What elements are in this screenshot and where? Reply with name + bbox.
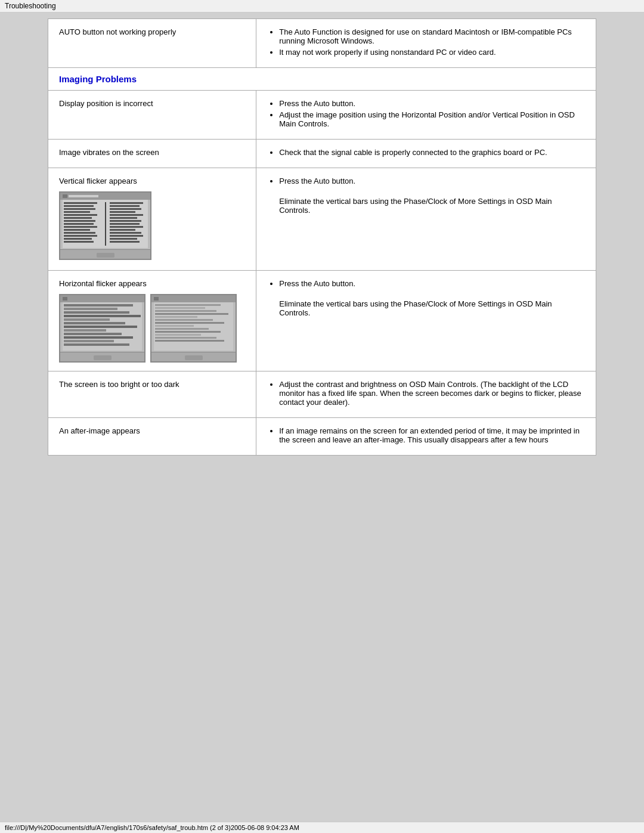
auto-solution-2: It may not work properly if using nonsta… — [279, 48, 585, 57]
title-bar: Troubleshooting — [0, 0, 644, 13]
auto-button-row: AUTO button not working properly The Aut… — [48, 19, 596, 68]
hflicker-image-1 — [59, 294, 145, 363]
horizontal-flicker-row: Horizontal flicker appears — [48, 271, 596, 371]
hflicker-solution-2-text: Eliminate the vertical bars using the Ph… — [279, 299, 552, 317]
hflicker-solution-2: Eliminate the vertical bars using the Ph… — [267, 290, 585, 317]
page-container: AUTO button not working properly The Aut… — [48, 18, 596, 456]
display-solution-1: Press the Auto button. — [279, 99, 585, 108]
after-image-problem-text: An after-image appears — [59, 426, 140, 435]
auto-solution-1: The Auto Function is designed for use on… — [279, 27, 585, 45]
vflicker-solution-2: Eliminate the vertical bars using the Ph… — [267, 188, 585, 215]
hflicker-image-2 — [150, 294, 237, 363]
vertical-flicker-image — [59, 191, 151, 260]
brightness-solution-1: Adjust the contrast and brightness on OS… — [279, 380, 585, 407]
image-vibrates-solution: Check that the signal cable is properly … — [256, 140, 596, 168]
vertical-flicker-problem: Vertical flicker appears — [48, 168, 256, 271]
vflicker-solution-2-text: Eliminate the vertical bars using the Ph… — [279, 197, 552, 215]
imaging-header-row: Imaging Problems — [48, 68, 596, 91]
vflicker-solution-1: Press the Auto button. — [279, 176, 585, 185]
display-position-text: Display position is incorrect — [59, 99, 153, 108]
display-position-problem: Display position is incorrect — [48, 91, 256, 140]
vibrates-solution-1: Check that the signal cable is properly … — [279, 148, 585, 157]
after-image-solution-1: If an image remains on the screen for an… — [279, 426, 585, 444]
display-solution-2: Adjust the image position using the Hori… — [279, 110, 585, 128]
auto-button-problem-text: AUTO button not working properly — [59, 27, 176, 36]
image-vibrates-text: Image vibrates on the screen — [59, 148, 159, 157]
display-position-row: Display position is incorrect Press the … — [48, 91, 596, 140]
image-vibrates-row: Image vibrates on the screen Check that … — [48, 140, 596, 168]
horizontal-flicker-text: Horizontal flicker appears — [59, 279, 245, 288]
after-image-solution: If an image remains on the screen for an… — [256, 418, 596, 456]
main-table: AUTO button not working properly The Aut… — [48, 18, 596, 456]
brightness-problem-text: The screen is too bright or too dark — [59, 380, 179, 389]
hflicker-solution-1: Press the Auto button. — [279, 279, 585, 288]
auto-button-problem: AUTO button not working properly — [48, 19, 256, 68]
status-bar: file:///D|/My%20Documents/dfu/A7/english… — [0, 822, 644, 833]
image-vibrates-problem: Image vibrates on the screen — [48, 140, 256, 168]
title-bar-label: Troubleshooting — [0, 0, 644, 13]
vertical-flicker-text: Vertical flicker appears — [59, 176, 245, 185]
display-position-solution: Press the Auto button. Adjust the image … — [256, 91, 596, 140]
after-image-row: An after-image appears If an image remai… — [48, 418, 596, 456]
brightness-row: The screen is too bright or too dark Adj… — [48, 371, 596, 418]
brightness-solution: Adjust the contrast and brightness on OS… — [256, 371, 596, 418]
status-url: file:///D|/My%20Documents/dfu/A7/english… — [5, 824, 299, 831]
brightness-problem: The screen is too bright or too dark — [48, 371, 256, 418]
auto-button-solution: The Auto Function is designed for use on… — [256, 19, 596, 68]
vertical-flicker-solution: Press the Auto button. Eliminate the ver… — [256, 168, 596, 271]
horizontal-flicker-problem: Horizontal flicker appears — [48, 271, 256, 371]
after-image-problem: An after-image appears — [48, 418, 256, 456]
horizontal-flicker-solution: Press the Auto button. Eliminate the ver… — [256, 271, 596, 371]
imaging-header-text: Imaging Problems — [59, 74, 137, 84]
vertical-flicker-row: Vertical flicker appears — [48, 168, 596, 271]
imaging-header: Imaging Problems — [48, 68, 596, 91]
